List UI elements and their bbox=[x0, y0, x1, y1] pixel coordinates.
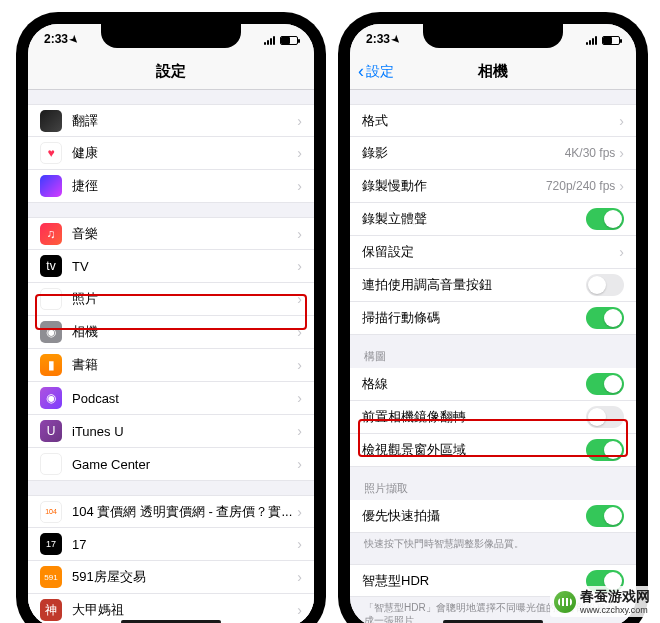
camera-row-record-slomo[interactable]: 錄製慢動作720p/240 fps› bbox=[350, 170, 636, 203]
toggle-prioritize-fast[interactable] bbox=[586, 505, 624, 527]
row-label: 格線 bbox=[362, 375, 586, 393]
chevron-right-icon: › bbox=[297, 357, 302, 373]
toggle-grid[interactable] bbox=[586, 373, 624, 395]
settings-row-translate[interactable]: 翻譯› bbox=[28, 104, 314, 137]
settings-row-app-591[interactable]: 591591房屋交易› bbox=[28, 561, 314, 594]
row-label: 翻譯 bbox=[72, 112, 297, 130]
settings-row-itunesu[interactable]: UiTunes U› bbox=[28, 415, 314, 448]
phone-right: 2:33➤ ‹ 設定 相機 格式›錄影4K/30 fps›錄製慢動作720p/2… bbox=[338, 12, 648, 623]
row-detail: 720p/240 fps bbox=[546, 179, 615, 193]
row-label: 捷徑 bbox=[72, 177, 297, 195]
row-label: Game Center bbox=[72, 457, 297, 472]
row-label: 掃描行動條碼 bbox=[362, 309, 586, 327]
phone-left: 2:33➤ 設定 翻譯›♥健康›捷徑›♫音樂›tvTV›✿照片›◉相機›▮書籍›… bbox=[16, 12, 326, 623]
settings-row-books[interactable]: ▮書籍› bbox=[28, 349, 314, 382]
books-icon: ▮ bbox=[40, 354, 62, 376]
row-label: 音樂 bbox=[72, 225, 297, 243]
row-label: 錄製慢動作 bbox=[362, 177, 546, 195]
chevron-right-icon: › bbox=[619, 145, 624, 161]
camera-row-prioritize-fast[interactable]: 優先快速拍攝 bbox=[350, 500, 636, 533]
toggle-view-outside[interactable] bbox=[586, 439, 624, 461]
camera-icon: ◉ bbox=[40, 321, 62, 343]
toggle-burst-volume[interactable] bbox=[586, 274, 624, 296]
camera-row-preserve[interactable]: 保留設定› bbox=[350, 236, 636, 269]
camera-row-burst-volume[interactable]: 連拍使用調高音量按鈕 bbox=[350, 269, 636, 302]
battery-icon bbox=[602, 36, 620, 45]
row-label: 前置相機鏡像翻轉 bbox=[362, 408, 586, 426]
row-label: 錄影 bbox=[362, 144, 565, 162]
chevron-right-icon: › bbox=[619, 113, 624, 129]
app-17-icon: 17 bbox=[40, 533, 62, 555]
back-button[interactable]: ‹ 設定 bbox=[358, 61, 394, 82]
watermark: 春蚕游戏网 www.czchxy.com bbox=[550, 586, 654, 617]
location-icon: ➤ bbox=[67, 33, 80, 46]
notch bbox=[101, 24, 241, 48]
chevron-right-icon: › bbox=[297, 423, 302, 439]
settings-row-app-mazu[interactable]: 神大甲媽祖› bbox=[28, 594, 314, 623]
camera-row-stereo[interactable]: 錄製立體聲 bbox=[350, 203, 636, 236]
settings-row-app-17[interactable]: 1717› bbox=[28, 528, 314, 561]
settings-row-tv[interactable]: tvTV› bbox=[28, 250, 314, 283]
row-label: 優先快速拍攝 bbox=[362, 507, 586, 525]
toggle-mirror-front[interactable] bbox=[586, 406, 624, 428]
nav-bar-camera: ‹ 設定 相機 bbox=[350, 54, 636, 90]
settings-row-game-center[interactable]: ✦Game Center› bbox=[28, 448, 314, 481]
group-title: 構圖 bbox=[350, 349, 636, 368]
chevron-right-icon: › bbox=[619, 244, 624, 260]
chevron-left-icon: ‹ bbox=[358, 61, 364, 82]
battery-icon bbox=[280, 36, 298, 45]
page-title: 設定 bbox=[156, 62, 186, 81]
row-label: 104 實價網 透明實價網 - 查房價？實... bbox=[72, 503, 297, 521]
row-label: 保留設定 bbox=[362, 243, 619, 261]
translate-icon bbox=[40, 110, 62, 132]
watermark-url: www.czchxy.com bbox=[580, 606, 650, 615]
status-time: 2:33 bbox=[366, 32, 390, 46]
photos-icon: ✿ bbox=[40, 288, 62, 310]
chevron-right-icon: › bbox=[297, 456, 302, 472]
app-104-icon: 104 bbox=[40, 501, 62, 523]
chevron-right-icon: › bbox=[297, 178, 302, 194]
notch bbox=[423, 24, 563, 48]
settings-row-app-104[interactable]: 104104 實價網 透明實價網 - 查房價？實...› bbox=[28, 495, 314, 528]
chevron-right-icon: › bbox=[297, 569, 302, 585]
settings-row-podcast[interactable]: ◉Podcast› bbox=[28, 382, 314, 415]
toggle-stereo[interactable] bbox=[586, 208, 624, 230]
row-label: 照片 bbox=[72, 290, 297, 308]
chevron-right-icon: › bbox=[297, 291, 302, 307]
status-time: 2:33 bbox=[44, 32, 68, 46]
camera-row-view-outside[interactable]: 檢視觀景窗外區域 bbox=[350, 434, 636, 467]
settings-row-health[interactable]: ♥健康› bbox=[28, 137, 314, 170]
group-title: 照片擷取 bbox=[350, 481, 636, 500]
shortcuts-icon bbox=[40, 175, 62, 197]
row-label: 17 bbox=[72, 537, 297, 552]
watermark-name: 春蚕游戏网 bbox=[580, 588, 650, 604]
page-title: 相機 bbox=[478, 62, 508, 81]
settings-row-music[interactable]: ♫音樂› bbox=[28, 217, 314, 250]
chevron-right-icon: › bbox=[297, 504, 302, 520]
settings-row-shortcuts[interactable]: 捷徑› bbox=[28, 170, 314, 203]
chevron-right-icon: › bbox=[619, 178, 624, 194]
camera-row-grid[interactable]: 格線 bbox=[350, 368, 636, 401]
row-label: 591房屋交易 bbox=[72, 568, 297, 586]
row-label: TV bbox=[72, 259, 297, 274]
row-detail: 4K/30 fps bbox=[565, 146, 616, 160]
row-label: 格式 bbox=[362, 112, 619, 130]
game-center-icon: ✦ bbox=[40, 453, 62, 475]
toggle-scan-qr[interactable] bbox=[586, 307, 624, 329]
camera-row-format[interactable]: 格式› bbox=[350, 104, 636, 137]
row-label: Podcast bbox=[72, 391, 297, 406]
row-label: 大甲媽祖 bbox=[72, 601, 297, 619]
row-label: 錄製立體聲 bbox=[362, 210, 586, 228]
camera-row-scan-qr[interactable]: 掃描行動條碼 bbox=[350, 302, 636, 335]
tv-icon: tv bbox=[40, 255, 62, 277]
chevron-right-icon: › bbox=[297, 113, 302, 129]
row-label: 檢視觀景窗外區域 bbox=[362, 441, 586, 459]
row-label: iTunes U bbox=[72, 424, 297, 439]
camera-row-record-video[interactable]: 錄影4K/30 fps› bbox=[350, 137, 636, 170]
settings-row-camera[interactable]: ◉相機› bbox=[28, 316, 314, 349]
settings-row-photos[interactable]: ✿照片› bbox=[28, 283, 314, 316]
app-591-icon: 591 bbox=[40, 566, 62, 588]
signal-icon bbox=[264, 36, 275, 45]
podcast-icon: ◉ bbox=[40, 387, 62, 409]
camera-row-mirror-front[interactable]: 前置相機鏡像翻轉 bbox=[350, 401, 636, 434]
